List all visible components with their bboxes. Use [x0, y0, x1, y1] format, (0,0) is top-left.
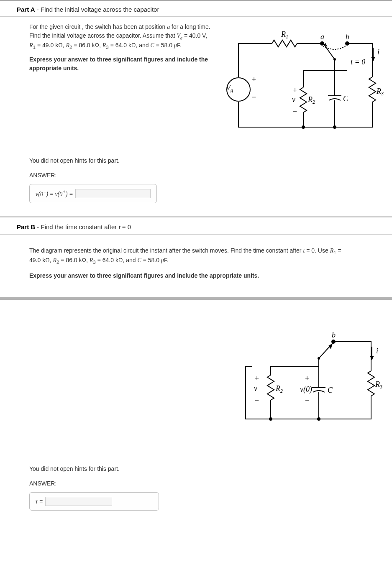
svg-text:−: − [255, 396, 259, 404]
svg-point-31 [318, 418, 320, 420]
part-b-answer-input[interactable] [45, 497, 112, 506]
svg-text:R3: R3 [376, 87, 384, 97]
svg-text:v(0): v(0) [300, 385, 312, 394]
part-a-paragraph: For the given circuit , the switch has b… [29, 23, 213, 51]
svg-text:−: − [252, 93, 256, 101]
svg-text:a: a [320, 33, 324, 41]
circuit-diagram-a: R1 a b t = 0 i R3 R2 C Vg v + − [226, 23, 385, 142]
svg-text:−: − [293, 107, 297, 115]
svg-text:C: C [328, 386, 333, 394]
part-b-label: Part B [17, 223, 35, 230]
svg-marker-10 [371, 57, 375, 61]
svg-text:R2: R2 [307, 95, 315, 105]
svg-text:R2: R2 [275, 384, 283, 394]
part-a-label: Part A [17, 6, 35, 13]
part-b-title: Find the time constant after t = 0 [41, 223, 131, 230]
part-b-header: Part B - Find the time constant after t … [0, 222, 392, 235]
svg-point-8 [333, 126, 336, 128]
svg-text:+: + [255, 374, 259, 383]
part-b-answer-box: τ = [29, 492, 159, 511]
svg-text:v: v [292, 95, 295, 104]
svg-marker-28 [328, 343, 333, 349]
svg-text:v: v [254, 384, 257, 393]
part-a-hint-note: You did not open hints for this part. [29, 156, 392, 165]
svg-marker-33 [370, 356, 374, 360]
part-b-answer-label: ANSWER: [29, 479, 392, 488]
part-b-answer-prefix: τ = [36, 497, 43, 506]
svg-text:t = 0: t = 0 [351, 58, 365, 66]
circuit-diagram-b: b i R3 R2 C v + − v(0) + − [229, 325, 388, 444]
part-b-instruction: Express your answer to three significant… [29, 271, 347, 280]
svg-point-29 [269, 418, 272, 420]
part-a-answer-input[interactable] [75, 189, 151, 198]
svg-text:Vg: Vg [226, 84, 233, 93]
svg-line-1 [324, 44, 335, 59]
svg-text:R3: R3 [375, 380, 382, 390]
part-a-answer-prefix: v(0−) = v(0+) = [36, 189, 73, 199]
part-a-title: Find the initial voltage across the capa… [41, 6, 159, 13]
part-a-instruction: Express your answer to three significant… [29, 55, 213, 73]
part-b-hint-note: You did not open hints for this part. [29, 465, 392, 473]
svg-text:+: + [252, 75, 256, 84]
svg-text:−: − [305, 396, 309, 404]
svg-text:C: C [343, 95, 348, 103]
svg-text:b: b [332, 331, 336, 339]
svg-text:i: i [377, 48, 379, 56]
svg-point-0 [320, 42, 324, 45]
part-a-answer-label: ANSWER: [29, 171, 392, 180]
svg-point-6 [302, 126, 305, 128]
part-a-header: Part A - Find the initial voltage across… [0, 4, 392, 17]
svg-text:+: + [305, 374, 309, 383]
part-b-paragraph: The diagram represents the original circ… [29, 246, 347, 266]
svg-text:i: i [376, 347, 378, 355]
svg-text:R1: R1 [281, 30, 288, 40]
svg-text:+: + [293, 86, 297, 95]
svg-text:b: b [346, 33, 349, 41]
part-a-answer-box: v(0−) = v(0+) = [29, 184, 157, 203]
